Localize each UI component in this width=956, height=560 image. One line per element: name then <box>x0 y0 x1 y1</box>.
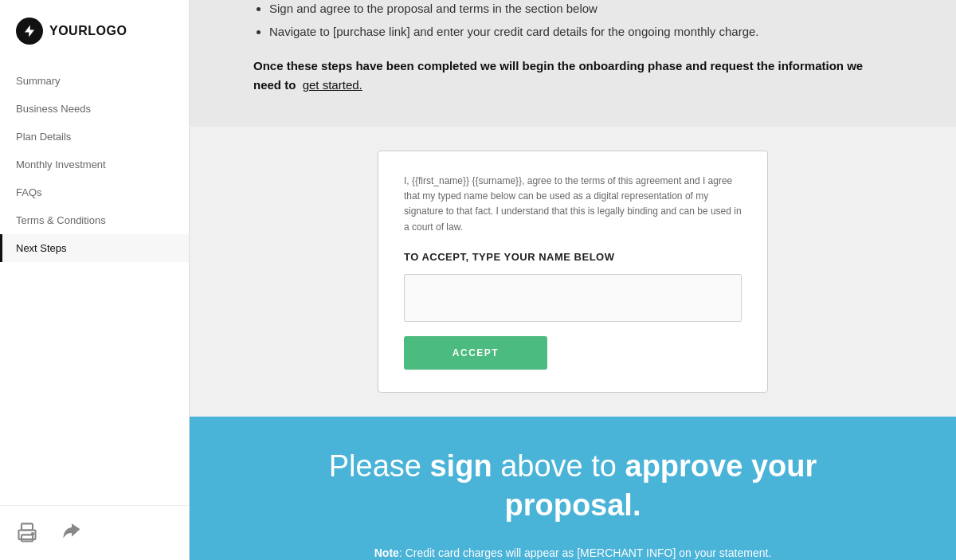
sidebar-item-plan-details[interactable]: Plan Details <box>0 123 189 151</box>
share-icon <box>61 522 83 544</box>
bullet-item-2: Navigate to [purchase link] and enter yo… <box>269 23 892 41</box>
cta-sign: sign <box>429 449 492 483</box>
highlight-text: Once these steps have been completed we … <box>253 57 892 95</box>
bolt-icon <box>22 24 37 38</box>
sidebar-item-monthly-investment[interactable]: Monthly Investment <box>0 151 189 178</box>
cta-title: Please sign above to approve your propos… <box>329 447 817 526</box>
signature-section: I, {{first_name}} {{surname}}, agree to … <box>190 127 956 417</box>
sidebar-item-faqs[interactable]: FAQs <box>0 178 189 206</box>
cta-proposal: proposal. <box>504 488 641 522</box>
bullet-item-1: Sign and agree to the proposal and terms… <box>269 0 892 18</box>
sidebar-nav: Summary Business Needs Plan Details Mont… <box>0 61 189 505</box>
sidebar-item-terms-conditions[interactable]: Terms & Conditions <box>0 206 189 234</box>
cta-above: above to <box>492 449 625 483</box>
svg-point-3 <box>32 533 33 535</box>
accept-button[interactable]: ACCEPT <box>404 336 547 370</box>
cta-approve: approve your <box>625 449 817 483</box>
svg-rect-0 <box>22 523 33 530</box>
signature-agreement-text: I, {{first_name}} {{surname}}, agree to … <box>404 174 742 235</box>
cta-note-label: Note <box>374 546 399 559</box>
cta-note: Note: Credit card charges will appear as… <box>374 545 771 560</box>
cta-section: Please sign above to approve your propos… <box>190 417 956 560</box>
highlight-link: get started. <box>303 78 362 92</box>
sidebar-item-business-needs[interactable]: Business Needs <box>0 95 189 123</box>
sidebar-actions <box>0 505 189 560</box>
main-content: Sign and agree to the proposal and terms… <box>190 0 956 560</box>
print-button[interactable] <box>16 522 38 544</box>
svg-rect-2 <box>22 535 33 541</box>
signature-name-input[interactable] <box>404 274 742 322</box>
cta-please: Please <box>329 449 430 483</box>
top-section: Sign and agree to the proposal and terms… <box>190 0 956 127</box>
sidebar: YOURLOGO Summary Business Needs Plan Det… <box>0 0 190 560</box>
signature-label: TO ACCEPT, TYPE YOUR NAME BELOW <box>404 251 742 263</box>
logo-icon <box>16 18 43 45</box>
logo: YOURLOGO <box>0 0 189 61</box>
signature-box: I, {{first_name}} {{surname}}, agree to … <box>378 151 768 393</box>
print-icon <box>16 522 38 544</box>
share-button[interactable] <box>61 522 83 544</box>
logo-text: YOURLOGO <box>49 24 127 38</box>
cta-note-text: : Credit card charges will appear as [ME… <box>399 546 771 559</box>
bullet-list: Sign and agree to the proposal and terms… <box>253 0 892 41</box>
sidebar-item-summary[interactable]: Summary <box>0 67 189 95</box>
sidebar-item-next-steps[interactable]: Next Steps <box>0 234 189 262</box>
